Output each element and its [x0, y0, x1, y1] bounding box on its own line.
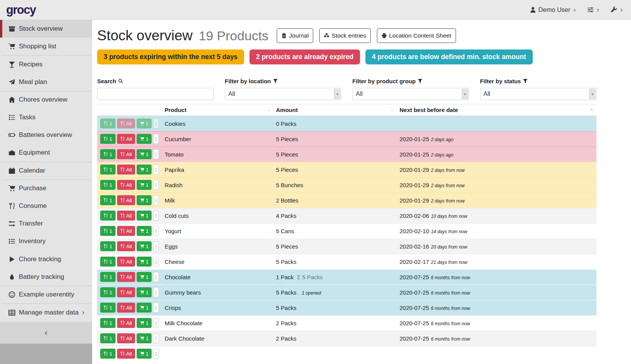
filter-select[interactable]: All [480, 88, 597, 100]
consume-one-button[interactable]: 1 [100, 333, 116, 343]
row-menu-button[interactable] [153, 180, 159, 190]
consume-all-button[interactable]: All [117, 257, 135, 267]
sidebar-collapse-button[interactable]: ‹ [0, 322, 92, 344]
consume-all-button[interactable]: All [117, 134, 135, 144]
consume-one-button[interactable]: 1 [100, 349, 116, 359]
consume-all-button[interactable]: All [117, 180, 135, 190]
add-to-shopping-list-button[interactable]: 1 [137, 303, 152, 313]
sidebar-item[interactable]: Meal plan [0, 73, 92, 91]
row-menu-button[interactable] [153, 318, 159, 328]
consume-one-button[interactable]: 1 [100, 165, 116, 175]
consume-one-button[interactable]: 1 [100, 195, 116, 205]
sidebar-item[interactable]: Chores overview [0, 91, 92, 109]
consume-one-button[interactable]: 1 [100, 134, 116, 144]
sidebar-item[interactable]: Equipment [0, 144, 92, 161]
sort-icon[interactable] [267, 107, 270, 112]
sidebar-item[interactable]: Transfer [0, 215, 92, 232]
sidebar-item[interactable]: Recipes [0, 55, 92, 73]
status-banner[interactable]: 4 products are below defined min. stock … [365, 49, 533, 64]
add-to-shopping-list-button[interactable]: 1 [137, 333, 152, 343]
row-menu-button[interactable] [153, 272, 159, 282]
sidebar-item[interactable]: Stock overview [0, 20, 92, 38]
consume-all-button[interactable]: All [117, 333, 135, 343]
add-to-shopping-list-button[interactable]: 1 [137, 134, 152, 144]
row-menu-button[interactable] [153, 165, 159, 175]
sidebar-item[interactable]: Tasks [0, 109, 92, 126]
consume-all-button[interactable]: All [117, 226, 135, 236]
user-menu[interactable]: Demo User [530, 6, 576, 14]
consume-all-button[interactable]: All [117, 349, 135, 359]
row-menu-button[interactable] [153, 226, 159, 236]
header-button[interactable]: Location Content Sheet [377, 28, 456, 43]
add-to-shopping-list-button[interactable]: 1 [137, 272, 152, 282]
add-to-shopping-list-button[interactable]: 1 [137, 165, 152, 175]
consume-all-button[interactable]: All [117, 211, 135, 221]
consume-all-button[interactable]: All [117, 318, 135, 328]
add-to-shopping-list-button[interactable]: 1 [137, 318, 152, 328]
sidebar-item[interactable]: Purchase [0, 180, 92, 197]
header-button[interactable]: Stock entries [319, 28, 371, 43]
row-menu-button[interactable] [153, 257, 159, 267]
row-menu-button[interactable] [153, 241, 159, 251]
sidebar-item[interactable]: Calendar [0, 162, 92, 180]
app-logo[interactable]: grocy [6, 3, 36, 17]
consume-one-button[interactable]: 1 [100, 318, 116, 328]
row-menu-button[interactable] [153, 134, 159, 144]
consume-all-button[interactable]: All [117, 272, 135, 282]
status-banner[interactable]: 2 products are already expired [249, 49, 360, 64]
consume-one-button[interactable]: 1 [100, 149, 116, 159]
add-to-shopping-list-button[interactable]: 1 [137, 257, 152, 267]
header-button[interactable]: Journal [277, 28, 313, 43]
search-input[interactable] [97, 88, 214, 100]
row-menu-button[interactable] [153, 333, 159, 343]
status-banner[interactable]: 3 products expiring within the next 5 da… [97, 49, 244, 64]
add-to-shopping-list-button[interactable]: 1 [137, 119, 152, 128]
row-menu-button[interactable] [153, 119, 159, 128]
consume-one-button[interactable]: 1 [100, 257, 116, 267]
consume-one-button[interactable]: 1 [100, 226, 116, 236]
add-to-shopping-list-button[interactable]: 1 [137, 149, 152, 159]
sidebar-item[interactable]: Inventory [0, 232, 92, 250]
row-menu-button[interactable] [153, 211, 159, 221]
add-to-shopping-list-button[interactable]: 1 [137, 287, 152, 297]
sidebar-item[interactable]: Manage master data › [0, 303, 92, 321]
consume-all-button[interactable]: All [117, 119, 135, 128]
add-to-shopping-list-button[interactable]: 1 [137, 241, 152, 251]
add-to-shopping-list-button[interactable]: 1 [137, 180, 152, 190]
add-to-shopping-list-button[interactable]: 1 [137, 195, 152, 205]
settings-menu[interactable] [587, 6, 599, 14]
consume-one-button[interactable]: 1 [100, 303, 116, 313]
row-menu-button[interactable] [153, 195, 159, 205]
add-to-shopping-list-button[interactable]: 1 [137, 349, 152, 359]
column-header[interactable]: Next best before date [396, 104, 596, 116]
sidebar-item[interactable]: Chore tracking [0, 250, 92, 268]
sort-icon[interactable] [391, 107, 394, 112]
consume-all-button[interactable]: All [117, 195, 135, 205]
consume-all-button[interactable]: All [117, 241, 135, 251]
column-header[interactable]: Amount [273, 104, 396, 116]
sidebar-item[interactable]: Example userentity [0, 286, 92, 303]
filter-select[interactable]: All [352, 88, 469, 100]
consume-one-button[interactable]: 1 [100, 119, 116, 128]
filter-select[interactable]: All [225, 88, 342, 100]
row-menu-button[interactable] [153, 287, 159, 297]
row-menu-button[interactable] [153, 349, 159, 359]
consume-one-button[interactable]: 1 [100, 241, 116, 251]
consume-one-button[interactable]: 1 [100, 287, 116, 297]
sidebar-item[interactable]: Shopping list [0, 38, 92, 55]
add-to-shopping-list-button[interactable]: 1 [137, 226, 152, 236]
sort-icon[interactable] [591, 107, 594, 112]
column-header[interactable]: Product [162, 104, 273, 116]
row-menu-button[interactable] [153, 149, 159, 159]
sidebar-item[interactable]: Battery tracking [0, 268, 92, 286]
consume-all-button[interactable]: All [117, 165, 135, 175]
consume-all-button[interactable]: All [117, 287, 135, 297]
consume-one-button[interactable]: 1 [100, 272, 116, 282]
sidebar-item[interactable]: Consume [0, 197, 92, 215]
consume-one-button[interactable]: 1 [100, 180, 116, 190]
consume-all-button[interactable]: All [117, 149, 135, 159]
row-menu-button[interactable] [153, 303, 159, 313]
add-to-shopping-list-button[interactable]: 1 [137, 211, 152, 221]
admin-menu[interactable] [611, 6, 623, 14]
consume-all-button[interactable]: All [117, 303, 135, 313]
